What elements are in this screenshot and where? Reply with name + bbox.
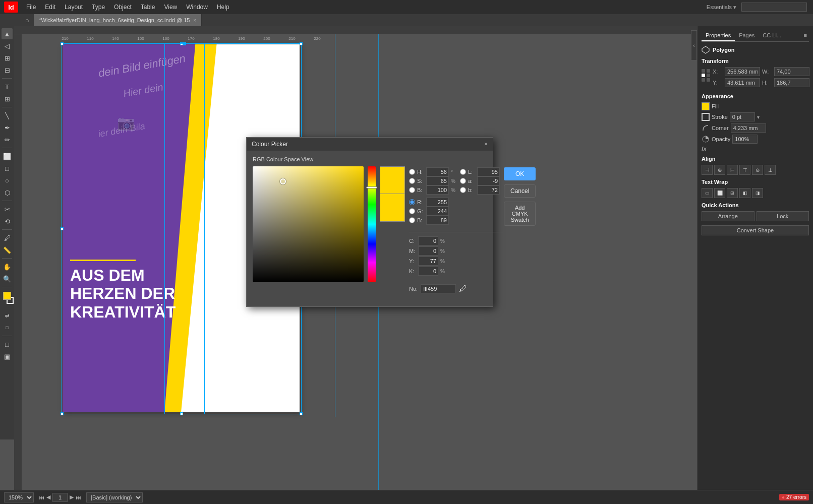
tool-rect-frame[interactable]: ⬜ bbox=[2, 151, 13, 162]
a-input[interactable] bbox=[477, 176, 500, 185]
stroke-type[interactable]: ▾ bbox=[757, 114, 760, 120]
tool-pen[interactable]: ✒ bbox=[2, 122, 13, 133]
h-input[interactable] bbox=[426, 167, 449, 176]
fill-swatch[interactable] bbox=[702, 102, 710, 110]
b2-radio[interactable] bbox=[460, 187, 466, 193]
tab-pages[interactable]: Pages bbox=[735, 30, 759, 41]
fill-color-box[interactable] bbox=[3, 292, 11, 300]
tool-measure[interactable]: 📏 bbox=[2, 244, 13, 256]
corner-value-input[interactable] bbox=[731, 123, 766, 133]
y-input[interactable] bbox=[725, 78, 760, 87]
first-page-btn[interactable]: ⏮ bbox=[39, 494, 44, 500]
menu-file[interactable]: File bbox=[22, 3, 40, 12]
c-cmyk-input[interactable] bbox=[418, 236, 438, 245]
handle-tr[interactable] bbox=[300, 42, 303, 45]
error-badge[interactable]: ● 27 errors bbox=[779, 494, 809, 500]
tool-select[interactable]: ▲ bbox=[2, 28, 13, 39]
prev-page-btn[interactable]: ◀ bbox=[46, 494, 50, 500]
bv-radio[interactable] bbox=[409, 217, 415, 223]
b2-input[interactable] bbox=[477, 185, 500, 195]
add-cmyk-swatch-button[interactable]: Add CMYK Swatch bbox=[504, 202, 536, 226]
tool-polygon[interactable]: ⬡ bbox=[2, 187, 13, 198]
cancel-button[interactable]: Cancel bbox=[504, 184, 536, 198]
handle-bl[interactable] bbox=[61, 412, 64, 415]
align-bottom[interactable]: ⊥ bbox=[765, 165, 776, 175]
tool-swap-colors[interactable]: ⇄ bbox=[2, 310, 13, 321]
tool-preview-mode[interactable]: ▣ bbox=[2, 351, 13, 362]
ok-button[interactable]: OK bbox=[504, 167, 536, 180]
panel-expand-icon[interactable]: ≡ bbox=[802, 30, 809, 41]
tool-hand[interactable]: ✋ bbox=[2, 261, 13, 272]
cp-close-icon[interactable]: × bbox=[484, 141, 488, 148]
x-input[interactable] bbox=[725, 67, 760, 76]
tool-eyedropper[interactable]: 🖊 bbox=[2, 232, 13, 243]
tool-scissors[interactable]: ✂ bbox=[2, 204, 13, 215]
tool-table[interactable]: ⊞ bbox=[2, 93, 13, 104]
align-center-h[interactable]: ⊕ bbox=[714, 165, 725, 175]
menu-view[interactable]: View bbox=[160, 3, 181, 12]
menu-edit[interactable]: Edit bbox=[41, 3, 60, 12]
b-radio[interactable] bbox=[409, 187, 415, 193]
s-radio[interactable] bbox=[409, 178, 415, 184]
tool-rect[interactable]: □ bbox=[2, 163, 13, 174]
tool-pencil[interactable]: ✏ bbox=[2, 134, 13, 145]
tool-line[interactable]: ╲ bbox=[2, 110, 13, 121]
tw-right[interactable]: ◨ bbox=[752, 188, 763, 198]
fx-row[interactable]: fx bbox=[702, 146, 809, 152]
tw-wrap[interactable]: ⬜ bbox=[714, 188, 725, 198]
r-radio[interactable] bbox=[409, 199, 415, 205]
opacity-value-input[interactable] bbox=[732, 135, 758, 144]
expand-panel-button[interactable]: ‹ bbox=[691, 30, 697, 60]
align-center-v[interactable]: ⊝ bbox=[752, 165, 763, 175]
tab-properties[interactable]: Properties bbox=[702, 30, 735, 41]
tool-page[interactable]: ⊞ bbox=[2, 52, 13, 64]
w-input[interactable] bbox=[774, 67, 809, 76]
tw-left[interactable]: ◧ bbox=[739, 188, 750, 198]
stroke-swatch[interactable] bbox=[702, 113, 710, 121]
transform-anchor[interactable] bbox=[702, 67, 711, 82]
last-page-btn[interactable]: ⏭ bbox=[76, 494, 81, 500]
hex-input[interactable] bbox=[421, 284, 456, 293]
handle-bm[interactable] bbox=[180, 412, 183, 415]
tool-direct-select[interactable]: ◁ bbox=[2, 40, 13, 51]
s-input[interactable] bbox=[426, 176, 449, 185]
bv-input[interactable] bbox=[426, 216, 449, 225]
tool-gap[interactable]: ⊟ bbox=[2, 65, 13, 76]
menu-help[interactable]: Help bbox=[213, 3, 234, 12]
workspace-switcher[interactable]: Essentials ▾ bbox=[703, 4, 740, 11]
tab-close-button[interactable]: × bbox=[193, 18, 196, 23]
next-page-btn[interactable]: ▶ bbox=[70, 494, 74, 500]
g-radio[interactable] bbox=[409, 208, 415, 214]
eyedropper-icon[interactable]: 🖊 bbox=[459, 284, 467, 293]
colour-gradient-area[interactable] bbox=[253, 166, 364, 282]
tool-text[interactable]: T bbox=[2, 81, 13, 92]
align-right[interactable]: ⊢ bbox=[727, 165, 738, 175]
b-input[interactable] bbox=[426, 185, 449, 195]
y-cmyk-input[interactable] bbox=[418, 257, 438, 266]
menu-window[interactable]: Window bbox=[182, 3, 212, 12]
tw-none[interactable]: ▭ bbox=[702, 188, 713, 198]
mode-select[interactable]: [Basic] (working) bbox=[86, 492, 143, 502]
tool-ellipse[interactable]: ○ bbox=[2, 175, 13, 186]
h-input[interactable] bbox=[774, 78, 809, 87]
stroke-value-input[interactable] bbox=[730, 112, 755, 121]
menu-table[interactable]: Table bbox=[137, 3, 159, 12]
align-top[interactable]: ⊤ bbox=[739, 165, 750, 175]
zoom-select[interactable]: 150% 100% 200% bbox=[4, 492, 34, 502]
L-radio[interactable] bbox=[460, 169, 466, 175]
L-input[interactable] bbox=[477, 167, 500, 176]
fx-icon[interactable]: fx bbox=[702, 146, 707, 152]
k-cmyk-input[interactable] bbox=[418, 267, 438, 276]
r-input[interactable] bbox=[426, 198, 449, 207]
g-input[interactable] bbox=[426, 207, 449, 216]
align-left[interactable]: ⊣ bbox=[702, 165, 713, 175]
document-tab[interactable]: *WickelfalzflyerDIN_lang_hoch_6seitig_De… bbox=[34, 14, 202, 26]
menu-object[interactable]: Object bbox=[110, 3, 136, 12]
tw-jump[interactable]: ⊞ bbox=[727, 188, 738, 198]
tool-default-colors[interactable]: □ bbox=[2, 322, 13, 333]
tool-normal-mode[interactable]: □ bbox=[2, 339, 13, 350]
convert-shape-button[interactable]: Convert Shape bbox=[702, 225, 809, 235]
h-radio[interactable] bbox=[409, 169, 415, 175]
handle-br[interactable] bbox=[300, 412, 303, 415]
hue-slider[interactable] bbox=[368, 166, 376, 282]
